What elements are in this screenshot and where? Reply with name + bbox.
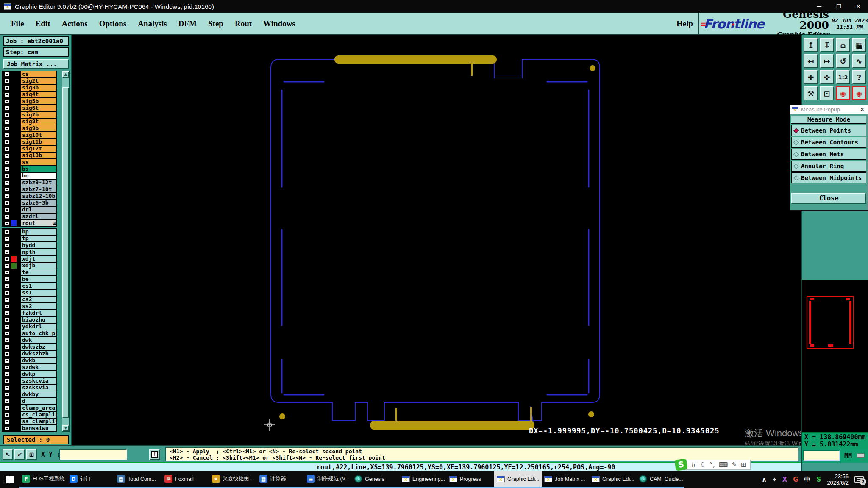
layer-checkbox[interactable]: [5, 291, 9, 295]
taskbar-item[interactable]: Engineering...: [399, 471, 447, 488]
layer-checkbox[interactable]: [5, 201, 9, 205]
layer-name[interactable]: szbz9-12t: [20, 179, 57, 186]
layer-row-bo[interactable]: bo: [2, 172, 61, 179]
layer-checkbox[interactable]: [5, 332, 9, 336]
layer-name[interactable]: szbz6-3b: [20, 200, 57, 206]
layer-color-swatch[interactable]: [11, 256, 17, 262]
mouse-icon[interactable]: ⌖: [773, 476, 776, 483]
layer-row-cs[interactable]: cs: [2, 71, 61, 78]
layer-checkbox[interactable]: [5, 305, 9, 308]
radio-diamond-icon[interactable]: [793, 152, 799, 157]
taskbar-item[interactable]: Job Matrix ...: [542, 471, 589, 488]
layer-row-ydkdrl[interactable]: ydkdrl: [2, 323, 61, 330]
layer-name[interactable]: sig13b: [20, 152, 57, 159]
layer-name[interactable]: bs: [20, 166, 57, 172]
layer-checkbox[interactable]: [5, 366, 9, 369]
layer-checkbox[interactable]: [5, 147, 9, 151]
radio-diamond-icon[interactable]: [793, 128, 799, 133]
layer-row-sig4t[interactable]: sig4t: [2, 91, 61, 98]
sogou-logo-icon[interactable]: S: [674, 458, 687, 471]
layer-name[interactable]: dwkp: [20, 371, 57, 377]
layer-checkbox[interactable]: [5, 406, 9, 410]
taskbar-item[interactable]: ✉Foxmail: [162, 471, 209, 488]
layer-row-clamp_area[interactable]: clamp_area: [2, 405, 61, 411]
taskbar-item[interactable]: Graphic Edi...: [589, 471, 637, 488]
layer-row-cs_clampline[interactable]: cs_clampline: [2, 411, 61, 418]
layer-row-fzkdrl[interactable]: fzkdrl: [2, 310, 61, 316]
menu-actions[interactable]: Actions: [61, 19, 87, 28]
layer-row-cs2[interactable]: cs2: [2, 296, 61, 303]
layer-checkbox[interactable]: [5, 167, 9, 171]
layer-name[interactable]: fzkdrl: [20, 310, 57, 316]
toolbox-icon[interactable]: ⊞: [741, 461, 746, 469]
zoom-fit-icon[interactable]: ✚: [804, 70, 818, 84]
layer-row-szskcvia[interactable]: szskcvia: [2, 377, 61, 384]
layer-row-dwkszbz[interactable]: dwkszbz: [2, 344, 61, 350]
layer-checkbox[interactable]: [5, 194, 9, 198]
layer-row-bp[interactable]: bp: [2, 228, 61, 235]
layer-name[interactable]: ss_clampline: [20, 418, 57, 425]
night-mode-icon[interactable]: ☾: [700, 461, 706, 469]
layer-checkbox[interactable]: [5, 140, 9, 144]
layer-name[interactable]: tp: [20, 235, 57, 242]
layer-row-szbz12-10b[interactable]: szbz12-10b: [2, 193, 61, 200]
layer-checkbox[interactable]: [5, 413, 9, 417]
punctuation-icon[interactable]: °,: [709, 461, 715, 469]
layer-checkbox[interactable]: [5, 359, 9, 363]
layer-name[interactable]: d: [20, 398, 57, 405]
layer-color-swatch[interactable]: [11, 220, 17, 226]
taskbar-clock[interactable]: 23:56 2023/6/2: [827, 473, 849, 486]
layer-checkbox[interactable]: [5, 113, 9, 117]
layer-row-sig11b[interactable]: sig11b: [2, 139, 61, 145]
zoom-ratio-icon[interactable]: 1:2: [836, 70, 850, 84]
layer-row-ss[interactable]: ss: [2, 159, 61, 166]
taskbar-item[interactable]: Progress: [447, 471, 494, 488]
pick-pointer-icon[interactable]: ↙: [14, 449, 25, 460]
tools-icon[interactable]: ⚒: [804, 86, 818, 100]
taskbar-item[interactable]: ◎Genesis: [352, 471, 399, 488]
layer-row-banwaiwu[interactable]: banwaiwu: [2, 425, 61, 432]
layer-name[interactable]: npth: [20, 249, 57, 255]
layer-row-szsksvia[interactable]: szsksvia: [2, 384, 61, 391]
layer-row-sig12t[interactable]: sig12t: [2, 145, 61, 152]
taskbar-item[interactable]: ▤Total Com...: [114, 471, 162, 488]
layer-row-cs1[interactable]: cs1: [2, 283, 61, 289]
xy-panes-icon[interactable]: ▦: [852, 38, 866, 52]
layer-name[interactable]: sig12t: [20, 145, 57, 152]
layer-name[interactable]: bp: [20, 228, 57, 235]
layer-checkbox[interactable]: [5, 345, 9, 349]
close-button[interactable]: ✕: [849, 0, 868, 13]
layer-name[interactable]: xdjt: [20, 255, 57, 262]
layer-row-sig2t[interactable]: sig2t: [2, 78, 61, 84]
paste-down-icon[interactable]: ↧: [820, 38, 834, 52]
layer-row-sig5b[interactable]: sig5b: [2, 98, 61, 105]
pan-icon[interactable]: ✜: [820, 70, 834, 84]
rotate-icon[interactable]: ↺: [836, 54, 850, 68]
layer-row-dwkby[interactable]: dwkby: [2, 391, 61, 398]
layer-row-szbz9-12t[interactable]: szbz9-12t: [2, 179, 61, 186]
layer-checkbox[interactable]: [5, 100, 9, 103]
graphic-canvas[interactable]: DX=-1.999995,DY=-10.7500425,D=10.9345025…: [72, 35, 801, 445]
layer-name[interactable]: sig5b: [20, 98, 57, 105]
units-button[interactable]: MM: [844, 452, 852, 460]
layer-row-dwk[interactable]: dwk: [2, 337, 61, 344]
menu-windows[interactable]: Windows: [263, 19, 295, 28]
select-pointer-icon[interactable]: ↖: [3, 449, 13, 460]
scroll-down-icon[interactable]: ▼: [62, 425, 69, 431]
maximize-button[interactable]: ☐: [829, 0, 849, 13]
layer-checkbox[interactable]: [5, 133, 9, 137]
layer-row-ss2[interactable]: ss2: [2, 303, 61, 310]
menu-dfm[interactable]: DFM: [178, 19, 197, 28]
layer-row-sig6t[interactable]: sig6t: [2, 105, 61, 111]
handwriting-icon[interactable]: ✎: [732, 461, 737, 469]
layer-checkbox[interactable]: [5, 181, 9, 185]
taskbar-item[interactable]: ◎CAM_Guide...: [637, 471, 684, 488]
layer-row-szdrl[interactable]: szdrl: [2, 213, 61, 220]
layer-checkbox[interactable]: [5, 264, 9, 268]
layer-row-ss_clampline[interactable]: ss_clampline: [2, 418, 61, 425]
layer-checkbox[interactable]: [5, 86, 9, 90]
scroll-up-icon[interactable]: ▲: [62, 71, 69, 78]
layer-checkbox[interactable]: [5, 277, 9, 281]
layer-checkbox[interactable]: [5, 174, 9, 178]
units-toggle-icon[interactable]: [857, 453, 865, 458]
